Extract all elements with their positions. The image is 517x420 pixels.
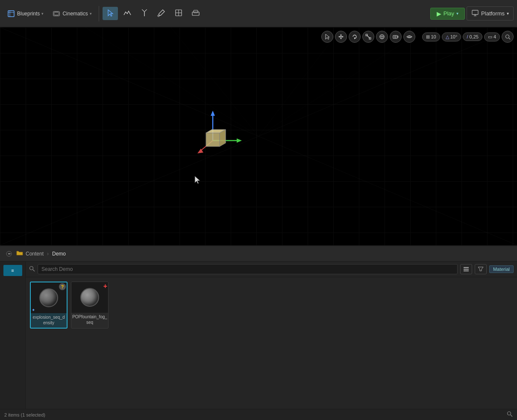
cinematics-label: Cinematics [62,11,88,17]
svg-marker-47 [338,36,340,38]
camera-tool-button[interactable] [390,31,402,43]
svg-point-59 [408,36,410,38]
camera-speed-icon: ▭ [488,34,492,40]
svg-rect-7 [56,12,57,13]
cinematics-dropdown-icon: ▾ [90,12,92,16]
filter-options-button[interactable] [475,264,487,274]
svg-marker-32 [211,111,215,116]
svg-rect-37 [206,133,220,147]
svg-marker-46 [340,38,342,39]
blueprints-label: Blueprints [17,11,40,17]
content-browser: Content › Demo ≡ [0,245,517,420]
svg-line-29 [258,27,342,136]
content-browser-sidebar: ≡ [0,261,26,409]
asset-name-label: POPfountain_fog_seq [71,313,108,325]
eye-tool-button[interactable] [403,31,415,43]
asset-sphere-icon [80,288,99,307]
scale-tool-button[interactable] [362,31,374,43]
separator-1 [99,6,99,21]
blueprints-button[interactable]: Blueprints ▾ [3,8,47,20]
viewport-overlay-toolbar: ⊞ 10 △ 10° / 0,25 ▭ 4 [321,31,514,43]
svg-rect-9 [55,15,56,16]
play-label: Play [444,10,454,17]
rotation-snap-button[interactable]: △ 10° [442,32,461,41]
vegetation-icon [140,9,149,18]
svg-line-72 [511,415,512,417]
transform-gizmo [191,106,243,166]
svg-point-13 [158,15,159,17]
viewport-search-button[interactable] [502,31,514,43]
asset-plus-badge: + [103,283,107,290]
landscape-icon [123,9,132,18]
asset-tile[interactable]: ? ✦ explosion_seq_density [30,282,68,329]
cb-back-button[interactable] [4,250,14,258]
mesh-button[interactable] [171,7,186,20]
transform-tool-button[interactable] [376,31,388,43]
platforms-icon [471,9,479,18]
content-browser-header: Content › Demo [0,246,517,261]
perspective-lines [0,27,517,245]
blueprints-dropdown-icon: ▾ [41,12,44,16]
content-browser-body: ≡ Material [0,261,517,409]
svg-rect-69 [464,270,469,271]
asset-question-badge: ? [59,283,66,290]
svg-marker-45 [340,34,342,35]
svg-point-60 [505,35,509,38]
paint-button[interactable] [154,7,169,20]
svg-rect-0 [8,11,14,17]
platforms-button[interactable]: Platforms ▾ [467,6,514,21]
play-dropdown-icon: ▾ [456,11,458,16]
vegetation-button[interactable] [137,7,152,20]
foliage-button[interactable] [188,7,203,20]
content-browser-search-bar: Material [26,261,517,277]
svg-rect-10 [56,15,57,16]
play-button[interactable]: ▶ Play ▾ [430,8,465,20]
cb-footer-search-icon[interactable] [507,411,513,418]
rotation-icon: △ [446,34,449,40]
breadcrumb-demo: Demo [52,251,66,257]
grid-icon: ⊞ [426,34,430,40]
asset-tile[interactable]: + POPfountain_fog_seq [71,282,109,329]
cinematics-button[interactable]: Cinematics ▾ [49,8,95,20]
grid-size-button[interactable]: ⊞ 10 [422,32,440,41]
camera-speed-button[interactable]: ▭ 4 [484,32,500,41]
svg-point-57 [394,36,396,38]
svg-line-50 [367,35,370,38]
foliage-icon [191,9,200,18]
rotation-value: 10° [450,34,458,39]
scale-icon: / [467,34,468,39]
paint-icon [157,9,166,18]
svg-rect-4 [53,12,55,16]
svg-marker-64 [8,253,9,255]
camera-speed-value: 4 [494,34,496,39]
cursor-tool-button[interactable] [321,31,333,43]
cinematics-icon [52,9,61,18]
select-mode-button[interactable] [103,7,118,20]
scale-snap-button[interactable]: / 0,25 [463,32,482,41]
svg-line-30 [258,27,427,136]
search-input[interactable] [38,264,458,274]
scale-value: 0,25 [469,34,478,39]
cb-folder-icon [16,250,23,257]
grid-size-value: 10 [431,34,436,39]
top-toolbar: Blueprints ▾ Cinematics ▾ [0,0,517,27]
breadcrumb-content[interactable]: Content [26,251,44,257]
viewport[interactable]: ⊞ 10 △ 10° / 0,25 ▭ 4 [0,27,517,245]
landscape-button[interactable] [120,7,135,20]
blueprints-icon [7,9,15,18]
rotate-tool-button[interactable] [349,31,361,43]
view-options-button[interactable] [460,264,472,274]
cb-sidebar-active-button[interactable]: ≡ [3,265,22,276]
svg-marker-48 [342,36,344,38]
svg-rect-68 [464,269,469,270]
svg-rect-19 [472,10,478,15]
svg-marker-34 [237,138,242,143]
move-tool-button[interactable] [335,31,347,43]
svg-rect-5 [58,12,59,16]
svg-rect-67 [464,267,469,268]
material-filter-badge[interactable]: Material [489,265,514,273]
mesh-icon [174,9,183,18]
asset-sphere-icon [39,288,58,307]
content-browser-main: Material ? ✦ explosion_seq_density [26,261,517,409]
asset-thumbnail: ? ✦ [31,282,67,313]
